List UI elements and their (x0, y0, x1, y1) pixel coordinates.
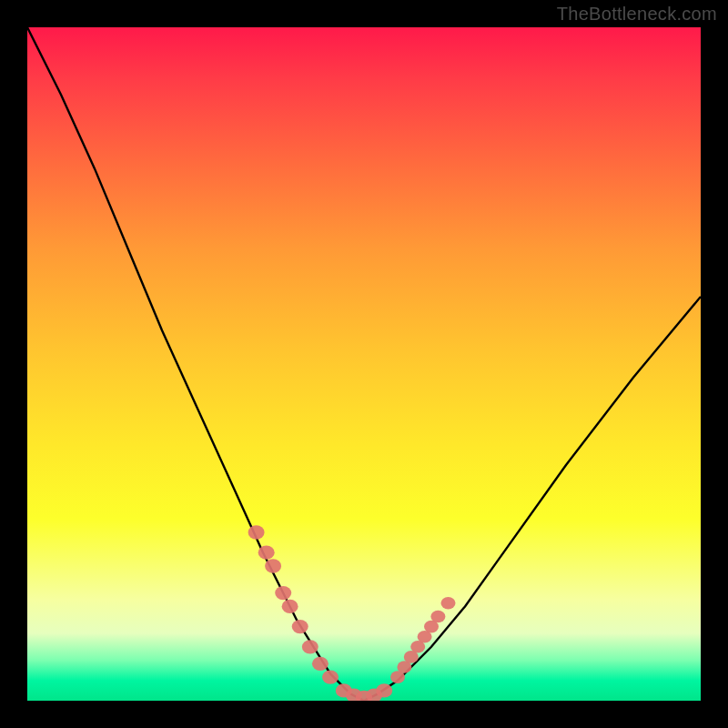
marker-dot (292, 620, 308, 633)
marker-cluster-right (390, 597, 456, 683)
marker-cluster-left (248, 525, 339, 683)
marker-dot (441, 597, 456, 610)
marker-dot (265, 559, 281, 572)
bottleneck-curve (27, 27, 701, 701)
marker-dot (322, 670, 339, 683)
watermark-text: TheBottleneck.com (557, 4, 717, 25)
marker-dot (430, 611, 445, 623)
marker-dot (312, 657, 329, 671)
marker-dot (376, 683, 392, 697)
chart-frame: TheBottleneck.com (0, 0, 728, 728)
marker-dot (282, 600, 298, 613)
marker-dot (302, 640, 318, 653)
marker-dot (258, 546, 275, 560)
marker-dot (275, 586, 291, 600)
marker-dot (248, 525, 265, 539)
plot-area (27, 27, 701, 701)
chart-svg (27, 27, 701, 701)
marker-cluster-bottom (336, 683, 392, 701)
